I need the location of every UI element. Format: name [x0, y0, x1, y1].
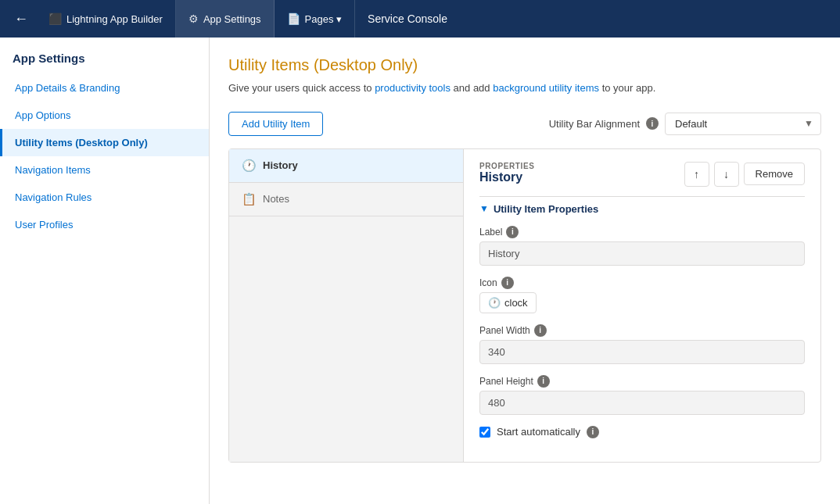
utility-item-properties-title: Utility Item Properties — [494, 203, 598, 215]
icon-field-label: Icon i — [479, 277, 805, 289]
list-item-notes[interactable]: 📋 Notes — [229, 183, 463, 216]
notes-icon: 📋 — [242, 192, 257, 206]
utility-bar-alignment-label: Utility Bar Alignment — [549, 118, 640, 130]
sidebar-item-app-details[interactable]: App Details & Branding — [0, 74, 209, 102]
panel-width-info-icon[interactable]: i — [534, 324, 547, 337]
nav-app-settings[interactable]: ⚙ App Settings — [176, 0, 275, 38]
list-item-notes-label: Notes — [263, 193, 289, 205]
panel-height-field: Panel Height i — [479, 375, 805, 415]
panel-width-field: Panel Width i — [479, 324, 805, 364]
items-list: 🕐 History 📋 Notes — [229, 149, 464, 462]
properties-header: PROPERTIES History ↑ ↓ Remove — [479, 162, 805, 187]
alignment-select[interactable]: Default Left Right — [665, 113, 821, 135]
start-automatically-checkbox[interactable] — [479, 427, 490, 438]
clock-icon: 🕐 — [488, 297, 501, 309]
start-automatically-info-icon[interactable]: i — [587, 426, 599, 438]
down-arrow-icon: ↓ — [723, 168, 729, 181]
properties-item-name: History — [479, 170, 534, 184]
panel-height-input[interactable] — [479, 391, 805, 415]
app-name: Service Console — [355, 0, 460, 38]
properties-divider — [479, 196, 805, 197]
toolbar: Add Utility Item Utility Bar Alignment i… — [228, 112, 821, 136]
panel-width-input[interactable] — [479, 340, 805, 364]
move-up-button[interactable]: ↑ — [684, 162, 709, 187]
two-panel: 🕐 History 📋 Notes PROPERTIES History — [228, 148, 821, 463]
label-field: Label i — [479, 226, 805, 266]
label-info-icon[interactable]: i — [506, 226, 519, 238]
panel-height-label: Panel Height i — [479, 375, 805, 388]
icon-field: Icon i 🕐 clock — [479, 277, 805, 313]
settings-icon: ⚙ — [188, 13, 199, 25]
utility-item-properties-section-header[interactable]: ▼ Utility Item Properties — [479, 203, 805, 215]
nav-pages-label: Pages ▾ — [305, 13, 342, 25]
start-automatically-field: Start automatically i — [479, 426, 805, 438]
sidebar-item-navigation-rules[interactable]: Navigation Rules — [0, 184, 209, 211]
alignment-select-wrapper: Default Left Right ▼ — [665, 113, 821, 135]
add-utility-item-button[interactable]: Add Utility Item — [228, 112, 323, 136]
icon-info-icon[interactable]: i — [501, 277, 514, 289]
nav-app-settings-label: App Settings — [203, 13, 261, 25]
nav-lightning-app-builder-label: Lightning App Builder — [66, 13, 163, 25]
start-automatically-row: Start automatically i — [479, 426, 805, 438]
productivity-tools-link[interactable]: productivity tools — [375, 82, 451, 94]
label-input[interactable] — [479, 241, 805, 266]
sidebar-item-app-options[interactable]: App Options — [0, 102, 209, 129]
start-automatically-label: Start automatically — [497, 426, 580, 438]
panel-width-label: Panel Width i — [479, 324, 805, 337]
sidebar-title: App Settings — [0, 38, 209, 74]
sidebar: App Settings App Details & Branding App … — [0, 38, 210, 504]
up-arrow-icon: ↑ — [694, 168, 699, 181]
utility-bar-alignment-group: Utility Bar Alignment i Default Left Rig… — [549, 113, 821, 135]
sidebar-item-navigation-items[interactable]: Navigation Items — [0, 156, 209, 184]
icon-value-label: clock — [504, 297, 528, 309]
pages-icon: 📄 — [287, 13, 300, 25]
top-navigation: ← ⬛ Lightning App Builder ⚙ App Settings… — [0, 0, 840, 38]
app-builder-icon: ⬛ — [48, 13, 62, 25]
nav-pages[interactable]: 📄 Pages ▾ — [275, 0, 355, 38]
properties-section-title: PROPERTIES — [479, 162, 534, 170]
app-name-label: Service Console — [368, 13, 447, 25]
sidebar-item-utility-items[interactable]: Utility Items (Desktop Only) — [0, 129, 209, 156]
main-content: Utility Items (Desktop Only) Give your u… — [210, 38, 840, 504]
properties-panel: PROPERTIES History ↑ ↓ Remove — [464, 149, 820, 462]
back-button[interactable]: ← — [6, 11, 36, 27]
move-down-button[interactable]: ↓ — [714, 162, 739, 187]
section-collapse-icon: ▼ — [479, 203, 489, 214]
history-clock-icon: 🕐 — [242, 159, 257, 173]
list-item-history-label: History — [263, 159, 298, 171]
remove-button[interactable]: Remove — [744, 163, 805, 185]
label-field-label: Label i — [479, 226, 805, 238]
nav-lightning-app-builder[interactable]: ⬛ Lightning App Builder — [36, 0, 176, 38]
list-item-history[interactable]: 🕐 History — [229, 149, 463, 183]
main-layout: App Settings App Details & Branding App … — [0, 38, 840, 504]
panel-height-info-icon[interactable]: i — [537, 375, 550, 388]
sidebar-item-user-profiles[interactable]: User Profiles — [0, 211, 209, 238]
icon-pill[interactable]: 🕐 clock — [479, 292, 537, 313]
properties-label-section: PROPERTIES History — [479, 162, 534, 184]
page-description: Give your users quick access to producti… — [228, 80, 821, 96]
properties-actions: ↑ ↓ Remove — [684, 162, 805, 187]
utility-bar-alignment-info-icon[interactable]: i — [646, 117, 659, 130]
page-title: Utility Items (Desktop Only) — [228, 56, 821, 74]
background-utility-items-link[interactable]: background utility items — [493, 82, 599, 94]
